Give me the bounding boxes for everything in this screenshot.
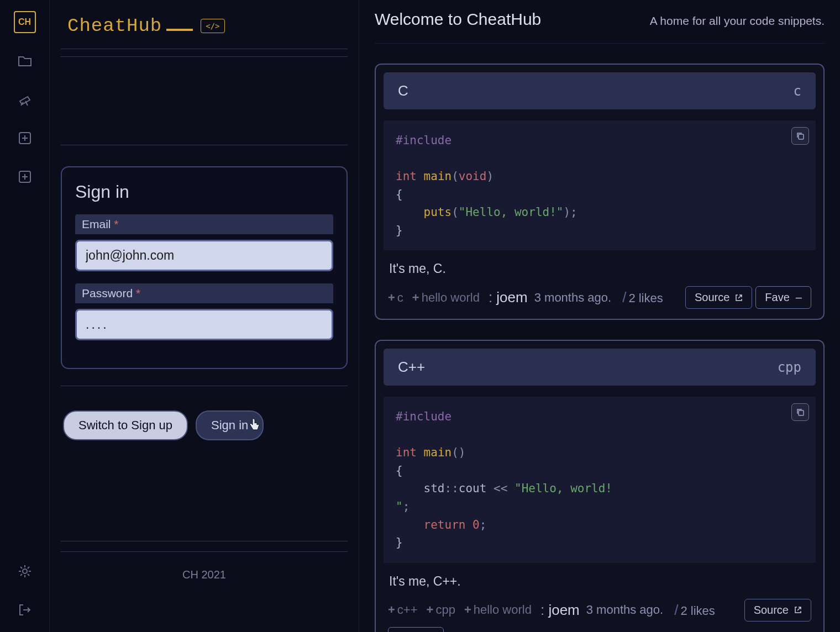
snippet-tag[interactable]: +cpp bbox=[427, 603, 455, 617]
pointer-cursor-icon bbox=[248, 417, 260, 431]
snippet-description: It's me, C. bbox=[384, 250, 816, 282]
snippet-author[interactable]: : joem bbox=[489, 289, 528, 306]
password-label: Password * bbox=[75, 283, 333, 303]
source-button[interactable]: Source bbox=[685, 286, 752, 309]
left-panel: CheatHub </> Sign in Email * Password * … bbox=[50, 0, 359, 632]
svg-rect-3 bbox=[799, 134, 804, 139]
logout-icon[interactable] bbox=[14, 599, 36, 621]
email-field[interactable] bbox=[75, 240, 333, 271]
snippet-card: C++cpp#include int main() { std::cout <<… bbox=[375, 340, 825, 632]
code-block: #include int main(void) { puts("Hello, w… bbox=[384, 120, 816, 250]
snippet-timestamp: 3 months ago. bbox=[534, 291, 611, 305]
snippet-author[interactable]: : joem bbox=[540, 602, 580, 619]
snippet-language-badge: cpp bbox=[778, 360, 801, 375]
nav-rail: CH bbox=[0, 0, 50, 632]
snippet-likes: /2 likes bbox=[622, 289, 663, 306]
snippet-header: C++cpp bbox=[384, 349, 816, 386]
snippet-likes: /2 likes bbox=[674, 602, 715, 619]
svg-rect-4 bbox=[799, 410, 804, 415]
snippet-card: Cc#include int main(void) { puts("Hello,… bbox=[375, 64, 825, 320]
snippet-language-badge: c bbox=[794, 83, 801, 99]
logo-icon[interactable]: CH bbox=[14, 11, 36, 33]
source-button[interactable]: Source bbox=[744, 599, 811, 622]
switch-to-signup-button[interactable]: Switch to Sign up bbox=[63, 410, 188, 440]
add-icon[interactable] bbox=[14, 127, 36, 149]
folder-icon[interactable] bbox=[14, 50, 36, 72]
copy-icon[interactable] bbox=[791, 403, 809, 421]
snippet-tag[interactable]: +hello world bbox=[412, 291, 480, 305]
page-tagline: A home for all your code snippets. bbox=[650, 14, 825, 28]
copy-icon[interactable] bbox=[791, 127, 809, 145]
snippet-tag[interactable]: +hello world bbox=[464, 603, 532, 617]
main-content: Welcome to CheatHub A home for all your … bbox=[359, 0, 840, 632]
snippet-title: C++ bbox=[398, 359, 425, 376]
signin-title: Sign in bbox=[75, 182, 333, 202]
footer-text: CH 2021 bbox=[61, 551, 348, 598]
brand-name: CheatHub bbox=[67, 15, 193, 36]
svg-point-2 bbox=[23, 569, 27, 573]
telescope-icon[interactable] bbox=[14, 88, 36, 110]
code-block: #include int main() { std::cout << "Hell… bbox=[384, 397, 816, 562]
snippet-tag[interactable]: +c bbox=[388, 291, 403, 305]
fave-button[interactable]: Fave – bbox=[755, 286, 811, 309]
snippet-timestamp: 3 months ago. bbox=[586, 603, 663, 617]
snippet-description: It's me, C++. bbox=[384, 563, 816, 594]
snippet-header: Cc bbox=[384, 72, 816, 109]
snippet-tag[interactable]: +c++ bbox=[388, 603, 418, 617]
page-title: Welcome to CheatHub bbox=[375, 10, 541, 29]
snippet-footer: +c+hello world: joem3 months ago./2 like… bbox=[384, 282, 816, 311]
password-field[interactable] bbox=[75, 309, 333, 340]
snippet-title: C bbox=[398, 82, 408, 99]
snippet-footer: +c+++cpp+hello world: joem3 months ago./… bbox=[384, 594, 816, 632]
signin-button[interactable]: Sign in bbox=[196, 410, 264, 440]
signin-card: Sign in Email * Password * bbox=[61, 166, 348, 369]
auth-button-row: Switch to Sign up Sign in bbox=[61, 410, 348, 447]
code-badge-icon: </> bbox=[201, 19, 224, 33]
main-header: Welcome to CheatHub A home for all your … bbox=[375, 10, 825, 44]
email-label: Email * bbox=[75, 214, 333, 234]
add-icon-2[interactable] bbox=[14, 166, 36, 188]
brand-row: CheatHub </> bbox=[61, 11, 348, 49]
fave-button[interactable]: Fave – bbox=[388, 627, 444, 632]
cursor-underscore bbox=[166, 29, 193, 31]
settings-icon[interactable] bbox=[14, 560, 36, 582]
